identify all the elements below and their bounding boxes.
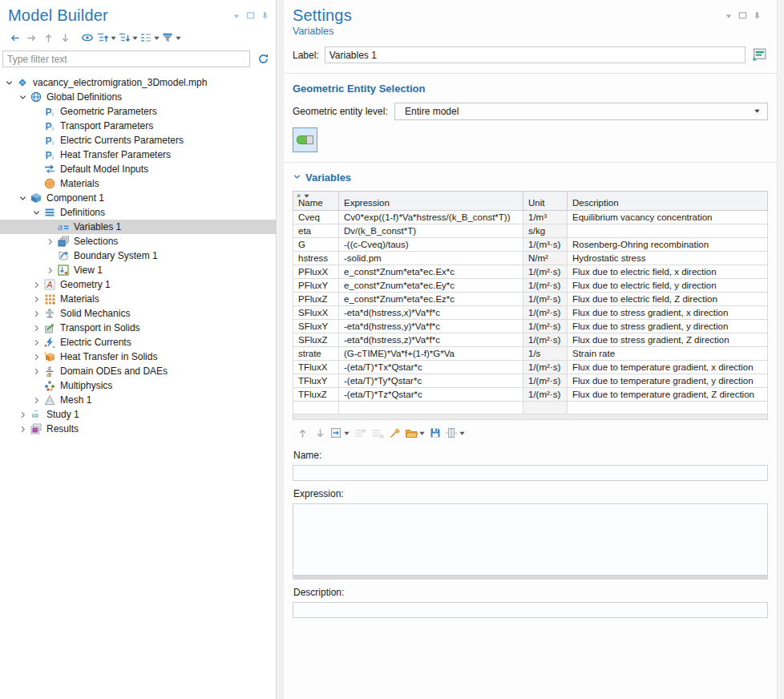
- collapse-all-button[interactable]: [118, 30, 139, 46]
- tree-item-study-1[interactable]: ∞~Study 1: [0, 407, 276, 422]
- cell-name[interactable]: SFluxX: [293, 306, 339, 320]
- tree-item-heat-transfer-in-solids[interactable]: Heat Transfer in Solids: [0, 350, 276, 364]
- tree-item-boundary-system-1[interactable]: Boundary System 1: [0, 248, 276, 263]
- description-input[interactable]: [293, 602, 768, 618]
- float-window-icon[interactable]: [738, 11, 747, 20]
- cell-description[interactable]: Flux due to temperature gradient, y dire…: [568, 374, 768, 388]
- cell-name[interactable]: [293, 402, 339, 414]
- cell-name[interactable]: TFluxX: [293, 361, 339, 374]
- tree-item-default-model-inputs[interactable]: Default Model Inputs: [0, 162, 276, 176]
- cell-name[interactable]: PFluxX: [293, 265, 339, 279]
- cell-description[interactable]: Flux due to electric field, Z direction: [568, 293, 768, 306]
- cell-description[interactable]: Equilibrium vacancy concentration: [568, 211, 768, 224]
- move-up-button[interactable]: [40, 30, 56, 46]
- geometric-entity-level-select[interactable]: Entire model: [394, 103, 768, 120]
- cell-expression[interactable]: -(eta/T)*Tx*Qstar*c: [339, 361, 523, 374]
- cell-name[interactable]: PFluxZ: [293, 293, 339, 306]
- tree-item-mesh-1[interactable]: Mesh 1: [0, 393, 276, 407]
- cell-description[interactable]: Rosenberg-Ohring recombination: [568, 238, 768, 252]
- tree-item-vacancy-electromigration-3dmodel-mph[interactable]: vacancy_electromigration_3Dmodel.mph: [0, 75, 276, 90]
- chevron-collapsed-icon[interactable]: [32, 366, 43, 376]
- expand-all-button[interactable]: [96, 30, 117, 46]
- panel-splitter[interactable]: [277, 0, 284, 699]
- chevron-collapsed-icon[interactable]: [32, 395, 43, 405]
- tree-item-geometry-1[interactable]: AGeometry 1: [0, 277, 276, 292]
- tree-item-global-definitions[interactable]: Global Definitions: [0, 90, 276, 104]
- tree-node-text-button[interactable]: [139, 30, 160, 46]
- tree-item-geometric-parameters[interactable]: PiGeometric Parameters: [0, 104, 276, 119]
- chevron-collapsed-icon[interactable]: [32, 323, 43, 333]
- tree-item-transport-in-solids[interactable]: Transport in Solids: [0, 321, 276, 335]
- sort-marks[interactable]: »: [297, 192, 310, 200]
- cell-name[interactable]: SFluxZ: [293, 333, 339, 347]
- panel-menu-caret-icon[interactable]: [232, 12, 240, 20]
- delete-row-button[interactable]: [370, 425, 386, 441]
- add-row-button[interactable]: [352, 425, 368, 441]
- section-variables[interactable]: Variables: [293, 172, 768, 184]
- cell-description[interactable]: Flux due to temperature gradient, x dire…: [568, 361, 768, 374]
- tree-item-multiphysics[interactable]: Multiphysics: [0, 378, 276, 393]
- cell-expression[interactable]: e_const*Znum*eta*ec.Ey*c: [339, 279, 523, 293]
- chevron-collapsed-icon[interactable]: [46, 265, 57, 275]
- cell-expression[interactable]: -eta*d(hstress,y)*Va*f*c: [339, 320, 523, 333]
- tree-item-heat-transfer-parameters[interactable]: PiHeat Transfer Parameters: [0, 147, 276, 162]
- back-button[interactable]: [6, 30, 22, 46]
- cell-name[interactable]: G: [293, 238, 339, 252]
- show-button[interactable]: [79, 30, 95, 46]
- tree-item-view-1[interactable]: View 1: [0, 263, 276, 277]
- active-selection-toggle-button[interactable]: [293, 127, 317, 152]
- filter-button[interactable]: [161, 30, 182, 46]
- move-down-button[interactable]: [312, 425, 328, 441]
- chevron-expanded-icon[interactable]: [5, 78, 16, 87]
- cell-expression[interactable]: -((c-Cveq)/taus): [339, 238, 523, 252]
- folder-button[interactable]: [405, 425, 426, 441]
- tree-item-electric-currents-parameters[interactable]: PiElectric Currents Parameters: [0, 133, 276, 147]
- move-up-button[interactable]: [294, 425, 310, 441]
- cell-description[interactable]: Flux due to stress gradient, y direction: [568, 320, 768, 333]
- cell-description[interactable]: Flux due to stress gradient, x direction: [568, 306, 768, 320]
- pin-icon[interactable]: [753, 11, 762, 20]
- chevron-collapsed-icon[interactable]: [32, 309, 43, 318]
- cell-expression[interactable]: e_const*Znum*eta*ec.Ex*c: [339, 265, 523, 279]
- tree-item-component-1[interactable]: Component 1: [0, 191, 276, 205]
- chevron-collapsed-icon[interactable]: [32, 352, 43, 362]
- label-input[interactable]: [325, 46, 746, 63]
- forward-button[interactable]: [23, 30, 39, 46]
- column-header-unit[interactable]: Unit: [523, 192, 568, 211]
- cell-name[interactable]: SFluxY: [293, 320, 339, 333]
- cell-name[interactable]: PFluxY: [293, 279, 339, 293]
- tree-item-variables-1[interactable]: aVariables 1: [0, 220, 276, 234]
- chevron-expanded-icon[interactable]: [18, 193, 30, 203]
- cell-name[interactable]: Cveq: [293, 211, 339, 224]
- chevron-collapsed-icon[interactable]: [18, 410, 30, 419]
- chevron-collapsed-icon[interactable]: [46, 236, 57, 246]
- cell-expression[interactable]: -(eta/T)*Ty*Qstar*c: [339, 374, 523, 388]
- tree-item-materials[interactable]: Materials: [0, 176, 276, 191]
- rename-node-button[interactable]: [751, 46, 768, 63]
- settings-vertical-scrollbar[interactable]: [777, 0, 784, 699]
- expression-input[interactable]: [293, 503, 768, 576]
- tree-item-solid-mechanics[interactable]: Solid Mechanics: [0, 306, 276, 321]
- tree-item-domain-odes-and-daes[interactable]: ddtDomain ODEs and DAEs: [0, 364, 276, 378]
- cell-description[interactable]: Flux due to electric field, x direction: [568, 265, 768, 279]
- tree-item-definitions[interactable]: Definitions: [0, 205, 276, 220]
- cell-description[interactable]: Flux due to stress gradient, Z direction: [568, 333, 768, 347]
- move-down-button[interactable]: [57, 30, 73, 46]
- cell-expression[interactable]: [339, 402, 523, 414]
- cell-description[interactable]: Hydrostatic stress: [568, 252, 768, 265]
- chevron-expanded-icon[interactable]: [32, 208, 43, 217]
- cell-expression[interactable]: -solid.pm: [339, 252, 523, 265]
- table-columns-button[interactable]: [445, 425, 466, 441]
- cell-name[interactable]: TFluxY: [293, 374, 339, 388]
- chevron-collapsed-icon[interactable]: [32, 294, 43, 304]
- cell-description[interactable]: Flux due to electric field, y direction: [568, 279, 768, 293]
- tree-item-electric-currents[interactable]: Electric Currents: [0, 335, 276, 350]
- cell-name[interactable]: strate: [293, 347, 339, 361]
- column-header-description[interactable]: Description: [568, 192, 768, 211]
- broom-button[interactable]: [387, 425, 403, 441]
- pin-icon[interactable]: [261, 11, 269, 20]
- save-button[interactable]: [427, 425, 443, 441]
- cell-description[interactable]: Strain rate: [568, 347, 768, 361]
- tree-item-materials[interactable]: Materials: [0, 292, 276, 306]
- tree-item-results[interactable]: Results: [0, 422, 276, 436]
